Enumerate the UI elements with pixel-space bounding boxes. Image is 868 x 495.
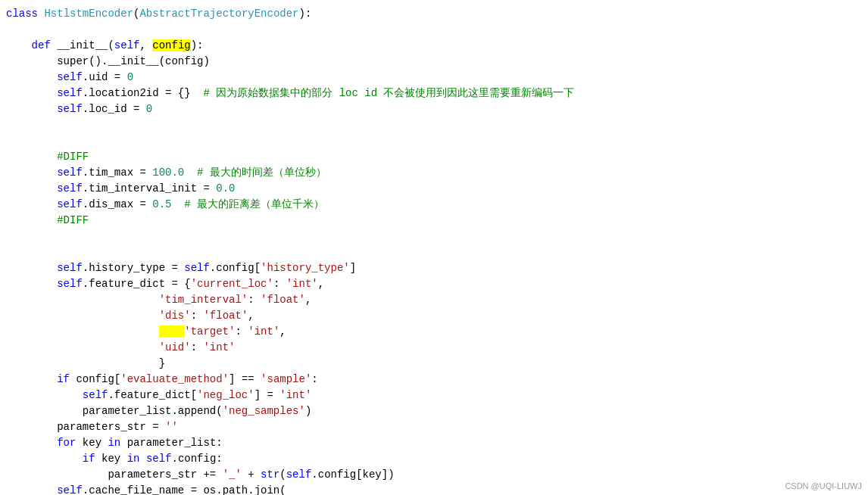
token: +: [242, 469, 261, 481]
token: self: [57, 484, 83, 495]
token: 'int': [203, 341, 235, 353]
code-line-content: 'tim_interval': 'float',: [6, 292, 311, 308]
token: [171, 198, 184, 210]
token: 0: [146, 103, 152, 115]
code-line: #DIFF: [0, 149, 868, 165]
code-line: self.loc_id = 0: [0, 101, 868, 117]
token: 'int': [279, 389, 311, 401]
code-line: 'uid': 'int': [0, 340, 868, 356]
token: [6, 484, 57, 495]
token: super().__init__(config): [6, 55, 210, 67]
token: [6, 325, 159, 338]
watermark: CSDN @UQI-LIUWJ: [785, 480, 862, 493]
token: 100.0: [152, 167, 184, 179]
token: ] ==: [229, 373, 261, 385]
token: 'history_type': [261, 262, 350, 274]
token: if: [57, 373, 70, 385]
code-line-content: parameters_str += '_' + str(self.config[…: [6, 467, 395, 483]
token: ,: [248, 310, 254, 322]
code-line: super().__init__(config): [0, 54, 868, 70]
token: self: [57, 198, 83, 210]
token: if: [83, 453, 95, 465]
code-line: self.tim_interval_init = 0.0: [0, 181, 868, 197]
token: ):: [299, 8, 312, 20]
code-line-content: def __init__(self, config):: [6, 38, 204, 54]
token: key: [95, 453, 127, 465]
token: [6, 310, 159, 322]
token: [6, 214, 57, 226]
token: AbstractTrajectoryEncoder: [139, 8, 298, 20]
token: self: [57, 103, 83, 115]
code-line-content: self.uid = 0: [6, 70, 133, 86]
token: str: [261, 469, 279, 481]
token: 'sample': [261, 373, 311, 385]
token: [6, 167, 57, 179]
token: [6, 39, 32, 51]
token: #DIFF: [57, 214, 89, 226]
token: ,: [318, 278, 324, 290]
code-line: self.feature_dict = {'current_loc': 'int…: [0, 276, 868, 292]
token: parameters_str +=: [6, 469, 223, 481]
code-line-content: #DIFF: [6, 213, 89, 229]
code-line: self.history_type = self.config['history…: [0, 260, 868, 276]
token: 'neg_loc': [197, 389, 254, 401]
code-line-content: if key in self.config:: [6, 451, 223, 467]
token: ,: [279, 325, 286, 338]
token: 'current_loc': [191, 278, 273, 290]
token: [6, 453, 83, 465]
token: [184, 167, 197, 179]
code-line: self.cache_file_name = os.path.join(: [0, 483, 868, 495]
token: [159, 325, 185, 338]
code-line-content: self.cache_file_name = os.path.join(: [6, 483, 286, 495]
code-line-content: class HstlstmEncoder(AbstractTrajectoryE…: [6, 6, 311, 22]
token: .config:: [171, 453, 222, 465]
code-line-content: #DIFF: [6, 149, 89, 165]
token: self: [57, 167, 83, 179]
token: ]: [350, 262, 356, 274]
token: [6, 71, 57, 83]
token: [6, 151, 57, 163]
token: 'int': [286, 278, 318, 290]
token: parameter_list.append(: [6, 405, 223, 417]
token: in: [127, 453, 140, 465]
code-line-content: [6, 133, 12, 149]
code-line: self.tim_max = 100.0 # 最大的时间差（单位秒）: [0, 165, 868, 181]
token: parameters_str =: [6, 421, 165, 433]
code-line-content: self.feature_dict['neg_loc'] = 'int': [6, 388, 311, 403]
token: [6, 437, 57, 449]
token: .cache_file_name = os.path.join(: [83, 484, 286, 495]
token: 'neg_samples': [223, 405, 305, 417]
token: fig: [171, 39, 190, 51]
token: 'uid': [159, 341, 191, 353]
token: '': [165, 421, 178, 433]
token: .uid =: [83, 71, 127, 83]
token: (: [279, 469, 286, 481]
token: __init__(: [51, 39, 114, 51]
token: 'target': [184, 325, 235, 338]
token: .feature_dict = {: [83, 278, 191, 290]
token: 'int': [248, 325, 279, 338]
token: HstlstmEncoder: [44, 8, 133, 20]
code-line-content: parameters_str = '': [6, 419, 178, 435]
token: self: [83, 389, 108, 401]
token: .config[key]): [311, 469, 394, 481]
token: [6, 198, 57, 210]
code-line: [0, 133, 868, 149]
code-line: class HstlstmEncoder(AbstractTrajectoryE…: [0, 6, 868, 22]
token: ,: [139, 39, 152, 51]
token: key: [76, 437, 108, 449]
code-line-content: if config['evaluate_method'] == 'sample'…: [6, 372, 318, 388]
token: }: [6, 357, 165, 369]
code-line: parameters_str = '': [0, 419, 868, 435]
code-line: self.location2id = {} # 因为原始数据集中的部分 loc …: [0, 86, 868, 101]
token: [139, 453, 145, 465]
code-line-content: [6, 22, 12, 38]
token: parameter_list:: [120, 437, 222, 449]
token: 'dis': [159, 310, 191, 322]
code-line-content: parameter_list.append('neg_samples'): [6, 403, 311, 419]
token: :: [248, 294, 261, 306]
token: [6, 182, 57, 195]
token: 'float': [261, 294, 305, 306]
code-line: 'dis': 'float',: [0, 308, 868, 324]
token: self: [146, 453, 172, 465]
